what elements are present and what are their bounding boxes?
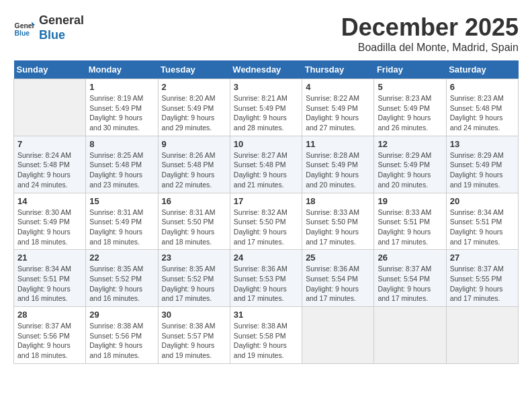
day-info: Sunrise: 8:29 AMSunset: 5:49 PMDaylight:… <box>450 150 515 190</box>
day-info: Sunrise: 8:33 AMSunset: 5:50 PMDaylight:… <box>306 208 370 247</box>
day-number: 28 <box>17 310 82 320</box>
weekday-header-cell: Tuesday <box>158 60 230 79</box>
calendar-day-cell: 5Sunrise: 8:23 AMSunset: 5:49 PMDaylight… <box>374 79 446 136</box>
calendar-week-row: 7Sunrise: 8:24 AMSunset: 5:48 PMDaylight… <box>14 136 519 193</box>
calendar-day-cell: 26Sunrise: 8:37 AMSunset: 5:54 PMDayligh… <box>374 250 446 307</box>
calendar-day-cell <box>374 307 446 364</box>
calendar-day-cell: 13Sunrise: 8:29 AMSunset: 5:49 PMDayligh… <box>446 136 518 193</box>
calendar-week-row: 14Sunrise: 8:30 AMSunset: 5:49 PMDayligh… <box>14 193 519 250</box>
day-info: Sunrise: 8:30 AMSunset: 5:49 PMDaylight:… <box>17 208 82 247</box>
calendar-title: December 2025 <box>341 13 519 42</box>
day-number: 5 <box>378 82 442 92</box>
day-info: Sunrise: 8:21 AMSunset: 5:49 PMDaylight:… <box>234 93 298 133</box>
day-number: 24 <box>234 253 298 263</box>
day-info: Sunrise: 8:23 AMSunset: 5:49 PMDaylight:… <box>378 93 442 133</box>
calendar-day-cell: 25Sunrise: 8:36 AMSunset: 5:54 PMDayligh… <box>302 250 374 307</box>
day-number: 1 <box>89 82 154 92</box>
calendar-day-cell: 14Sunrise: 8:30 AMSunset: 5:49 PMDayligh… <box>14 193 86 250</box>
day-info: Sunrise: 8:25 AMSunset: 5:48 PMDaylight:… <box>89 150 154 190</box>
day-info: Sunrise: 8:20 AMSunset: 5:49 PMDaylight:… <box>162 93 226 133</box>
day-info: Sunrise: 8:28 AMSunset: 5:49 PMDaylight:… <box>306 150 370 190</box>
day-info: Sunrise: 8:19 AMSunset: 5:49 PMDaylight:… <box>89 93 154 133</box>
calendar-day-cell: 31Sunrise: 8:38 AMSunset: 5:58 PMDayligh… <box>230 307 302 364</box>
day-number: 17 <box>234 196 298 206</box>
day-info: Sunrise: 8:26 AMSunset: 5:48 PMDaylight:… <box>162 150 226 190</box>
calendar-day-cell: 1Sunrise: 8:19 AMSunset: 5:49 PMDaylight… <box>86 79 158 136</box>
weekday-header-cell: Saturday <box>446 60 518 79</box>
calendar-day-cell: 17Sunrise: 8:32 AMSunset: 5:50 PMDayligh… <box>230 193 302 250</box>
calendar-day-cell: 4Sunrise: 8:22 AMSunset: 5:49 PMDaylight… <box>302 79 374 136</box>
day-info: Sunrise: 8:38 AMSunset: 5:56 PMDaylight:… <box>89 321 154 361</box>
day-number: 8 <box>89 139 154 149</box>
day-info: Sunrise: 8:37 AMSunset: 5:56 PMDaylight:… <box>17 321 82 361</box>
calendar-table: SundayMondayTuesdayWednesdayThursdayFrid… <box>13 60 519 364</box>
weekday-header-row: SundayMondayTuesdayWednesdayThursdayFrid… <box>14 60 519 79</box>
calendar-day-cell: 11Sunrise: 8:28 AMSunset: 5:49 PMDayligh… <box>302 136 374 193</box>
calendar-day-cell <box>14 79 86 136</box>
calendar-subtitle: Boadilla del Monte, Madrid, Spain <box>341 42 519 54</box>
day-info: Sunrise: 8:34 AMSunset: 5:51 PMDaylight:… <box>17 264 82 304</box>
calendar-day-cell: 18Sunrise: 8:33 AMSunset: 5:50 PMDayligh… <box>302 193 374 250</box>
day-number: 21 <box>17 253 82 263</box>
day-number: 10 <box>234 139 298 149</box>
day-number: 26 <box>378 253 442 263</box>
day-info: Sunrise: 8:35 AMSunset: 5:52 PMDaylight:… <box>162 264 226 304</box>
calendar-day-cell: 20Sunrise: 8:34 AMSunset: 5:51 PMDayligh… <box>446 193 518 250</box>
day-info: Sunrise: 8:36 AMSunset: 5:54 PMDaylight:… <box>306 264 370 304</box>
day-number: 16 <box>162 196 226 206</box>
day-number: 7 <box>17 139 82 149</box>
calendar-day-cell: 24Sunrise: 8:36 AMSunset: 5:53 PMDayligh… <box>230 250 302 307</box>
day-number: 22 <box>89 253 154 263</box>
day-number: 4 <box>306 82 370 92</box>
day-info: Sunrise: 8:22 AMSunset: 5:49 PMDaylight:… <box>306 93 370 133</box>
day-number: 12 <box>378 139 442 149</box>
day-info: Sunrise: 8:24 AMSunset: 5:48 PMDaylight:… <box>17 150 82 190</box>
calendar-day-cell: 6Sunrise: 8:23 AMSunset: 5:48 PMDaylight… <box>446 79 518 136</box>
page-header: General Blue General Blue December 2025 … <box>13 13 519 54</box>
calendar-day-cell: 15Sunrise: 8:31 AMSunset: 5:49 PMDayligh… <box>86 193 158 250</box>
day-number: 31 <box>234 310 298 320</box>
day-number: 19 <box>378 196 442 206</box>
calendar-day-cell <box>302 307 374 364</box>
calendar-day-cell: 23Sunrise: 8:35 AMSunset: 5:52 PMDayligh… <box>158 250 230 307</box>
day-number: 2 <box>162 82 226 92</box>
day-info: Sunrise: 8:37 AMSunset: 5:55 PMDaylight:… <box>450 264 515 304</box>
day-number: 30 <box>162 310 226 320</box>
day-info: Sunrise: 8:36 AMSunset: 5:53 PMDaylight:… <box>234 264 298 304</box>
day-info: Sunrise: 8:31 AMSunset: 5:49 PMDaylight:… <box>89 208 154 247</box>
calendar-week-row: 21Sunrise: 8:34 AMSunset: 5:51 PMDayligh… <box>14 250 519 307</box>
day-info: Sunrise: 8:23 AMSunset: 5:48 PMDaylight:… <box>450 93 515 133</box>
day-info: Sunrise: 8:31 AMSunset: 5:50 PMDaylight:… <box>162 208 226 247</box>
title-block: December 2025 Boadilla del Monte, Madrid… <box>341 13 519 54</box>
weekday-header-cell: Thursday <box>302 60 374 79</box>
logo: General Blue General Blue <box>13 13 84 42</box>
calendar-day-cell: 12Sunrise: 8:29 AMSunset: 5:49 PMDayligh… <box>374 136 446 193</box>
day-number: 23 <box>162 253 226 263</box>
weekday-header-cell: Friday <box>374 60 446 79</box>
day-info: Sunrise: 8:33 AMSunset: 5:51 PMDaylight:… <box>378 208 442 247</box>
day-info: Sunrise: 8:29 AMSunset: 5:49 PMDaylight:… <box>378 150 442 190</box>
day-number: 18 <box>306 196 370 206</box>
calendar-day-cell: 16Sunrise: 8:31 AMSunset: 5:50 PMDayligh… <box>158 193 230 250</box>
calendar-week-row: 1Sunrise: 8:19 AMSunset: 5:49 PMDaylight… <box>14 79 519 136</box>
day-number: 15 <box>89 196 154 206</box>
day-info: Sunrise: 8:27 AMSunset: 5:48 PMDaylight:… <box>234 150 298 190</box>
day-number: 6 <box>450 82 515 92</box>
calendar-day-cell <box>446 307 518 364</box>
day-number: 3 <box>234 82 298 92</box>
day-number: 20 <box>450 196 515 206</box>
calendar-body: 1Sunrise: 8:19 AMSunset: 5:49 PMDaylight… <box>14 79 519 364</box>
calendar-day-cell: 22Sunrise: 8:35 AMSunset: 5:52 PMDayligh… <box>86 250 158 307</box>
calendar-day-cell: 8Sunrise: 8:25 AMSunset: 5:48 PMDaylight… <box>86 136 158 193</box>
day-number: 9 <box>162 139 226 149</box>
calendar-day-cell: 10Sunrise: 8:27 AMSunset: 5:48 PMDayligh… <box>230 136 302 193</box>
day-info: Sunrise: 8:34 AMSunset: 5:51 PMDaylight:… <box>450 208 515 247</box>
calendar-day-cell: 2Sunrise: 8:20 AMSunset: 5:49 PMDaylight… <box>158 79 230 136</box>
calendar-day-cell: 7Sunrise: 8:24 AMSunset: 5:48 PMDaylight… <box>14 136 86 193</box>
day-number: 27 <box>450 253 515 263</box>
day-info: Sunrise: 8:35 AMSunset: 5:52 PMDaylight:… <box>89 264 154 304</box>
calendar-day-cell: 9Sunrise: 8:26 AMSunset: 5:48 PMDaylight… <box>158 136 230 193</box>
day-number: 25 <box>306 253 370 263</box>
calendar-week-row: 28Sunrise: 8:37 AMSunset: 5:56 PMDayligh… <box>14 307 519 364</box>
day-number: 29 <box>89 310 154 320</box>
